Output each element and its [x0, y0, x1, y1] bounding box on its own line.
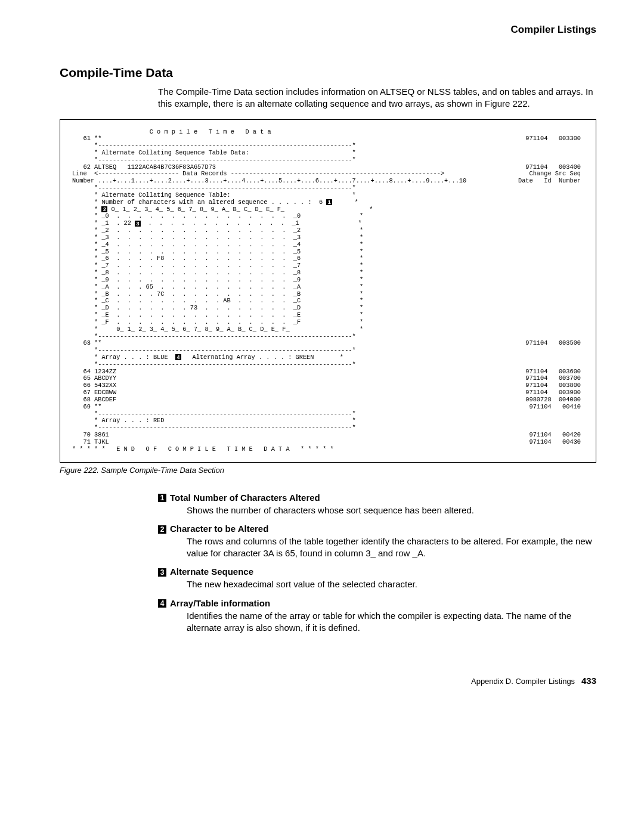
callout-4: 4Array/Table informationIdentifies the n…: [158, 598, 596, 634]
listing-figure: C o m p i l e T i m e D a t a 61 **97110…: [60, 119, 596, 463]
page-footer: Appendix D. Compiler Listings 433: [60, 676, 596, 686]
callout-title: Alternate Sequence: [170, 566, 253, 577]
footer-page: 433: [581, 676, 596, 686]
callout-marker: 2: [158, 525, 166, 534]
callout-2: 2Character to be AlteredThe rows and col…: [158, 524, 596, 560]
callout-marker: 4: [158, 599, 166, 608]
callout-title: Character to be Altered: [170, 524, 268, 534]
callout-1: 1Total Number of Characters AlteredShows…: [158, 493, 596, 516]
section-title: Compile-Time Data: [60, 66, 596, 80]
callout-body: Shows the number of characters whose sor…: [187, 504, 596, 516]
callout-marker: 1: [158, 494, 166, 502]
callout-title: Array/Table information: [170, 598, 270, 608]
callout-body: Identifies the name of the array or tabl…: [187, 610, 596, 634]
callout-marker: 3: [158, 568, 166, 577]
callout-title: Total Number of Characters Altered: [170, 493, 320, 503]
callout-3: 3Alternate SequenceThe new hexadecimal s…: [158, 566, 596, 590]
page-header: Compiler Listings: [60, 24, 596, 36]
figure-caption: Figure 222. Sample Compile-Time Data Sec…: [60, 466, 596, 475]
intro-paragraph: The Compile-Time Data section includes i…: [158, 86, 596, 110]
callouts: 1Total Number of Characters AlteredShows…: [158, 493, 596, 634]
callout-body: The rows and columns of the table togeth…: [187, 535, 596, 560]
callout-body: The new hexadecimal sort value of the se…: [187, 578, 596, 590]
footer-text: Appendix D. Compiler Listings: [471, 677, 575, 686]
